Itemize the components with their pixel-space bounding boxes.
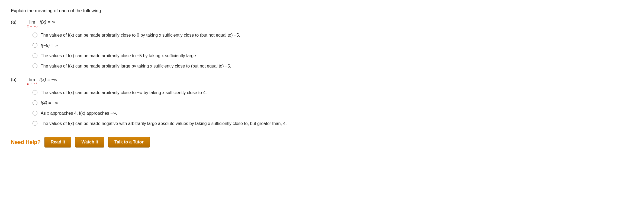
radio-a3[interactable]	[33, 53, 37, 58]
option-b1-text: The values of f(x) can be made arbitrari…	[41, 89, 207, 96]
radio-b4[interactable]	[33, 121, 37, 126]
part-b-lim-sub: x → 4⁺	[27, 82, 37, 86]
list-item: The values of f(x) can be made arbitrari…	[33, 63, 633, 69]
option-a2-text: f(−5) = ∞	[41, 42, 58, 49]
part-b-fx: f(x) = −∞	[39, 77, 57, 82]
list-item: The values of f(x) can be made negative …	[33, 120, 633, 127]
part-a-lim-block: lim x → −5	[27, 20, 37, 28]
list-item: f(4) = −∞	[33, 100, 633, 106]
part-b: (b) lim x → 4⁺ f(x) = −∞ The values of f…	[11, 77, 633, 127]
option-b3-text: As x approaches 4, f(x) approaches −∞.	[41, 110, 117, 117]
talk-to-tutor-button[interactable]: Talk to a Tutor	[108, 137, 150, 148]
part-b-header: (b) lim x → 4⁺ f(x) = −∞	[11, 77, 633, 86]
part-a-label: (a)	[11, 20, 27, 25]
list-item: The values of f(x) can be made arbitrari…	[33, 89, 633, 96]
main-container: Explain the meaning of each of the follo…	[0, 0, 644, 205]
list-item: f(−5) = ∞	[33, 42, 633, 49]
need-help-label: Need Help?	[11, 139, 41, 145]
part-a-limit: lim x → −5 f(x) = ∞	[27, 20, 55, 28]
radio-b1[interactable]	[33, 90, 37, 95]
read-it-button[interactable]: Read It	[44, 137, 71, 148]
intro-text: Explain the meaning of each of the follo…	[11, 8, 633, 14]
part-b-lim-word: lim	[29, 77, 35, 82]
option-a4-text: The values of f(x) can be made arbitrari…	[41, 63, 231, 69]
part-a-lim-sub: x → −5	[27, 24, 37, 28]
part-b-options: The values of f(x) can be made arbitrari…	[33, 89, 633, 127]
watch-it-button[interactable]: Watch It	[75, 137, 104, 148]
part-a-header: (a) lim x → −5 f(x) = ∞	[11, 20, 633, 28]
part-a: (a) lim x → −5 f(x) = ∞ The values of f(…	[11, 20, 633, 69]
part-a-lim-word: lim	[29, 20, 35, 25]
option-a1-text: The values of f(x) can be made arbitrari…	[41, 32, 240, 39]
part-a-fx: f(x) = ∞	[40, 20, 55, 25]
option-b4-text: The values of f(x) can be made negative …	[41, 120, 287, 127]
radio-b2[interactable]	[33, 100, 37, 105]
radio-a4[interactable]	[33, 63, 37, 68]
option-a3-text: The values of f(x) can be made arbitrari…	[41, 53, 197, 59]
radio-a2[interactable]	[33, 43, 37, 48]
list-item: As x approaches 4, f(x) approaches −∞.	[33, 110, 633, 117]
radio-a1[interactable]	[33, 33, 37, 37]
part-b-lim-block: lim x → 4⁺	[27, 77, 37, 86]
list-item: The values of f(x) can be made arbitrari…	[33, 32, 633, 39]
list-item: The values of f(x) can be made arbitrari…	[33, 53, 633, 59]
part-b-label: (b)	[11, 77, 27, 82]
part-a-options: The values of f(x) can be made arbitrari…	[33, 32, 633, 69]
option-b2-text: f(4) = −∞	[41, 100, 58, 106]
need-help-section: Need Help? Read It Watch It Talk to a Tu…	[11, 137, 633, 148]
part-b-limit: lim x → 4⁺ f(x) = −∞	[27, 77, 57, 86]
radio-b3[interactable]	[33, 111, 37, 116]
